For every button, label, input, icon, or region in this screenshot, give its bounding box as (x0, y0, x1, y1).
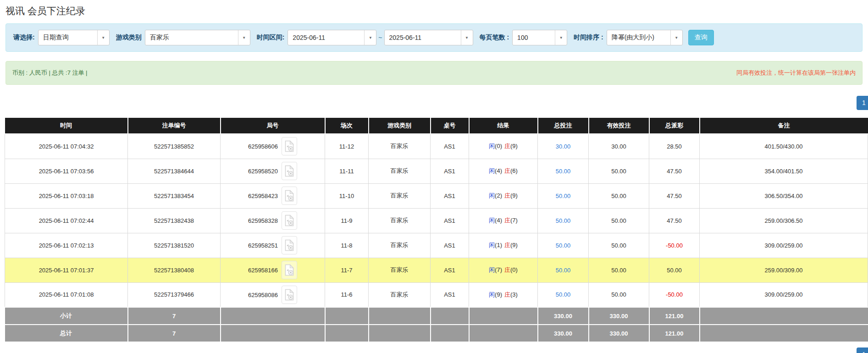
search-button[interactable]: 查询 (688, 30, 714, 45)
video-replay-button[interactable] (282, 137, 297, 155)
cell-round-id: 625958328 (221, 208, 325, 233)
cell-session: 11-8 (325, 233, 369, 258)
cell-table-no: AS1 (431, 183, 469, 208)
total-bet-link[interactable]: 50.00 (556, 193, 571, 199)
result-banker-value: (0) (510, 266, 518, 273)
round-id-text: 625958606 (248, 143, 278, 150)
subtotal-row-remark (700, 307, 868, 325)
subtotal-row-label: 小计 (5, 307, 128, 325)
game-type-value: 百家乐 (145, 33, 238, 42)
result-banker-label: 庄 (504, 266, 510, 273)
column-header-total-bet: 总投注 (538, 118, 589, 134)
date-to-input[interactable]: 2025-06-11 ▼ (384, 30, 473, 45)
chevron-down-icon: ▼ (364, 30, 376, 45)
column-header-game-type: 游戏类别 (369, 118, 431, 134)
cell-round-id: 625958520 (221, 159, 325, 183)
total-bet-link[interactable]: 50.00 (556, 291, 571, 298)
cell-round-id: 625958606 (221, 134, 325, 159)
cell-game-type: 百家乐 (369, 134, 431, 159)
subtotal-row: 小计7330.00330.00121.00 (5, 307, 868, 325)
cell-valid-bet: 50.00 (589, 159, 649, 183)
video-replay-button[interactable] (282, 261, 297, 279)
result-player-value: (4) (495, 217, 502, 224)
table-row: 2025-06-11 07:04:32522571385852625958606… (5, 134, 868, 159)
date-from-input[interactable]: 2025-06-11 ▼ (287, 30, 376, 45)
video-file-icon (285, 190, 294, 202)
total-row-game-type (369, 325, 431, 342)
video-replay-button[interactable] (282, 286, 297, 304)
cell-result: 闲(9)庄(3) (469, 282, 538, 307)
cell-game-type: 百家乐 (369, 159, 431, 183)
total-row-label: 总计 (5, 325, 128, 342)
cell-remark: 259.00/306.50 (700, 208, 868, 233)
payout-value: -50.00 (666, 242, 683, 249)
chevron-down-icon: ▼ (670, 30, 682, 45)
video-replay-button[interactable] (282, 162, 297, 180)
cell-game-type: 百家乐 (369, 183, 431, 208)
chevron-down-icon: ▼ (238, 30, 250, 45)
cell-time: 2025-06-11 07:03:18 (5, 183, 128, 208)
table-row: 2025-06-11 07:01:37522571380408625958166… (5, 258, 868, 282)
chevron-down-icon: ▼ (555, 30, 567, 45)
query-type-value: 日期查询 (39, 33, 97, 42)
cell-bet-id: 522571382438 (128, 208, 221, 233)
result-player-value: (2) (495, 192, 502, 199)
total-bet-link[interactable]: 50.00 (556, 267, 571, 274)
pagination-bottom-page-1[interactable]: 1 (857, 347, 868, 353)
result-banker-label: 庄 (504, 143, 510, 149)
per-page-select[interactable]: 100 ▼ (512, 30, 567, 45)
total-bet-link[interactable]: 30.00 (556, 143, 571, 150)
payout-value: 50.00 (667, 267, 682, 274)
total-row-payout: 121.00 (649, 325, 700, 342)
subtotal-row-total-bet: 330.00 (538, 307, 589, 325)
total-row-valid-bet: 330.00 (589, 325, 649, 342)
video-replay-button[interactable] (282, 236, 297, 254)
cell-remark: 309.00/259.00 (700, 282, 868, 307)
total-bet-link[interactable]: 50.00 (556, 168, 571, 175)
cell-valid-bet: 50.00 (589, 183, 649, 208)
cell-session: 11-11 (325, 159, 369, 183)
time-range-label: 时间区间: (257, 33, 285, 42)
cell-result: 闲(4)庄(6) (469, 159, 538, 183)
cell-result: 闲(7)庄(0) (469, 258, 538, 282)
total-row-result (469, 325, 538, 342)
cell-table-no: AS1 (431, 258, 469, 282)
per-page-label: 每页笔数 : (480, 33, 509, 42)
cell-bet-id: 522571381520 (128, 233, 221, 258)
filter-panel: 请选择: 日期查询 ▼ 游戏类别 百家乐 ▼ 时间区间: 2025-06-11 … (6, 23, 862, 52)
time-sort-label: 时间排序 : (574, 33, 603, 42)
cell-bet-id: 522571385852 (128, 134, 221, 159)
cell-total-bet: 50.00 (538, 159, 589, 183)
result-player-label: 闲 (489, 266, 495, 273)
video-replay-button[interactable] (282, 187, 297, 205)
round-id-text: 625958251 (248, 242, 278, 249)
column-header-time: 时间 (5, 118, 128, 134)
total-bet-link[interactable]: 50.00 (556, 217, 571, 224)
cell-game-type: 百家乐 (369, 233, 431, 258)
cell-result: 闲(0)庄(9) (469, 134, 538, 159)
query-type-select[interactable]: 日期查询 ▼ (38, 30, 110, 45)
cell-valid-bet: 50.00 (589, 258, 649, 282)
total-bet-link[interactable]: 50.00 (556, 242, 571, 249)
cell-payout: -50.00 (649, 233, 700, 258)
time-sort-select[interactable]: 降幂(由大到小) ▼ (607, 30, 683, 45)
pagination-page-1[interactable]: 1 (857, 96, 868, 110)
result-player-label: 闲 (489, 143, 495, 149)
cell-bet-id: 522571379466 (128, 282, 221, 307)
subtotal-row-table-no (431, 307, 469, 325)
cell-bet-id: 522571384644 (128, 159, 221, 183)
cell-total-bet: 30.00 (538, 134, 589, 159)
video-replay-button[interactable] (282, 211, 297, 230)
result-banker-label: 庄 (504, 192, 510, 199)
cell-time: 2025-06-11 07:01:37 (5, 258, 128, 282)
result-player-value: (7) (495, 266, 502, 273)
subtotal-row-count: 7 (128, 307, 221, 325)
table-header-row: 时间注单编号局号场次游戏类别桌号结果总投注有效投注总派彩备注 (5, 118, 868, 134)
total-row: 总计7330.00330.00121.00 (5, 325, 868, 342)
cell-total-bet: 50.00 (538, 282, 589, 307)
cell-total-bet: 50.00 (538, 258, 589, 282)
game-type-select[interactable]: 百家乐 ▼ (145, 30, 250, 45)
total-row-table-no (431, 325, 469, 342)
column-header-bet-id: 注单编号 (128, 118, 221, 134)
chevron-down-icon: ▼ (97, 30, 109, 45)
